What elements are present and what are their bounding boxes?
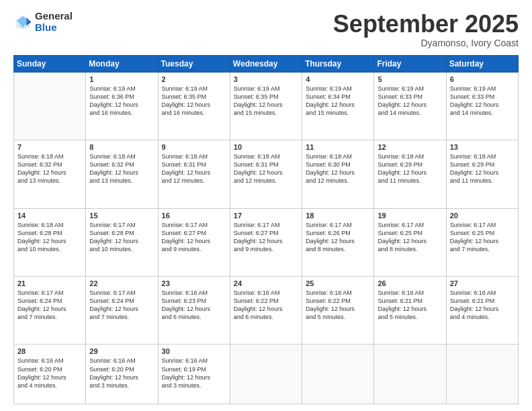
table-row: 27Sunrise: 6:16 AMSunset: 6:21 PMDayligh… [446, 276, 518, 344]
day-number: 18 [306, 212, 370, 220]
sunrise-text: Sunrise: 6:16 AM [89, 357, 136, 364]
logo-icon [13, 13, 32, 32]
col-tuesday: Tuesday [158, 55, 230, 72]
daylight-cont: and 4 minutes. [17, 382, 57, 389]
day-number: 3 [234, 75, 298, 83]
daylight-cont: and 6 minutes. [162, 314, 202, 320]
table-row [446, 345, 518, 404]
daylight-cont: and 3 minutes. [162, 382, 202, 389]
day-info: Sunrise: 6:19 AMSunset: 6:34 PMDaylight:… [306, 85, 370, 118]
sunrise-text: Sunrise: 6:18 AM [89, 153, 136, 160]
daylight-cont: and 8 minutes. [306, 246, 345, 253]
table-row: 20Sunrise: 6:17 AMSunset: 6:25 PMDayligh… [446, 208, 518, 276]
sunrise-text: Sunrise: 6:18 AM [17, 153, 64, 160]
day-info: Sunrise: 6:19 AMSunset: 6:33 PMDaylight:… [450, 85, 515, 118]
daylight-cont: and 3 minutes. [89, 382, 129, 389]
daylight-text: Daylight: 12 hours [378, 101, 427, 108]
day-number: 12 [378, 143, 442, 151]
day-info: Sunrise: 6:16 AMSunset: 6:23 PMDaylight:… [162, 289, 226, 322]
day-number: 11 [306, 143, 370, 151]
day-number: 7 [17, 143, 82, 151]
daylight-text: Daylight: 12 hours [162, 306, 211, 312]
day-number: 27 [450, 279, 515, 287]
day-number: 25 [306, 279, 370, 287]
sunset-text: Sunset: 6:29 PM [450, 161, 495, 168]
col-sunday: Sunday [14, 55, 86, 72]
logo-text: General Blue [35, 11, 73, 33]
table-row: 2Sunrise: 6:19 AMSunset: 6:35 PMDaylight… [158, 72, 230, 140]
daylight-text: Daylight: 12 hours [17, 238, 66, 244]
table-row: 29Sunrise: 6:16 AMSunset: 6:20 PMDayligh… [86, 345, 158, 404]
daylight-text: Daylight: 12 hours [306, 169, 355, 176]
daylight-cont: and 14 minutes. [450, 109, 493, 116]
sunset-text: Sunset: 6:35 PM [234, 93, 279, 100]
header: General Blue September 2025 Dyamonso, Iv… [13, 11, 519, 48]
day-number: 23 [162, 279, 226, 287]
sunset-text: Sunset: 6:20 PM [89, 366, 134, 373]
day-number: 4 [306, 75, 370, 83]
daylight-cont: and 16 minutes. [89, 109, 132, 116]
day-number: 13 [450, 143, 515, 151]
logo-blue-text: Blue [35, 22, 73, 34]
day-info: Sunrise: 6:18 AMSunset: 6:32 PMDaylight:… [89, 152, 154, 185]
table-row: 4Sunrise: 6:19 AMSunset: 6:34 PMDaylight… [302, 72, 374, 140]
day-number: 1 [89, 75, 154, 83]
sunset-text: Sunset: 6:25 PM [378, 230, 423, 236]
day-info: Sunrise: 6:17 AMSunset: 6:24 PMDaylight:… [89, 289, 154, 322]
table-row: 6Sunrise: 6:19 AMSunset: 6:33 PMDaylight… [446, 72, 518, 140]
day-number: 14 [17, 212, 82, 220]
table-row: 23Sunrise: 6:16 AMSunset: 6:23 PMDayligh… [158, 276, 230, 344]
sunset-text: Sunset: 6:35 PM [162, 93, 207, 100]
sunrise-text: Sunrise: 6:17 AM [234, 222, 280, 228]
daylight-text: Daylight: 12 hours [89, 169, 138, 176]
day-number: 9 [162, 143, 226, 151]
day-number: 22 [89, 279, 154, 287]
day-info: Sunrise: 6:19 AMSunset: 6:36 PMDaylight:… [89, 85, 154, 118]
table-row: 30Sunrise: 6:16 AMSunset: 6:19 PMDayligh… [158, 345, 230, 404]
sunrise-text: Sunrise: 6:17 AM [89, 222, 136, 228]
sunrise-text: Sunrise: 6:19 AM [89, 85, 136, 92]
daylight-cont: and 15 minutes. [306, 109, 349, 116]
table-row: 21Sunrise: 6:17 AMSunset: 6:24 PMDayligh… [14, 276, 86, 344]
day-number: 8 [89, 143, 154, 151]
sunrise-text: Sunrise: 6:18 AM [378, 153, 424, 160]
col-friday: Friday [374, 55, 446, 72]
daylight-text: Daylight: 12 hours [89, 238, 138, 244]
table-row: 7Sunrise: 6:18 AMSunset: 6:32 PMDaylight… [14, 140, 86, 208]
table-row: 14Sunrise: 6:18 AMSunset: 6:28 PMDayligh… [14, 208, 86, 276]
daylight-cont: and 8 minutes. [378, 246, 417, 253]
calendar-week-1: 7Sunrise: 6:18 AMSunset: 6:32 PMDaylight… [14, 140, 519, 208]
sunrise-text: Sunrise: 6:17 AM [17, 289, 64, 296]
sunset-text: Sunset: 6:25 PM [450, 230, 495, 236]
sunrise-text: Sunrise: 6:19 AM [306, 85, 352, 92]
daylight-text: Daylight: 12 hours [89, 306, 138, 312]
daylight-text: Daylight: 12 hours [162, 374, 211, 381]
sunrise-text: Sunrise: 6:17 AM [450, 222, 496, 228]
day-info: Sunrise: 6:17 AMSunset: 6:28 PMDaylight:… [89, 221, 154, 254]
table-row: 3Sunrise: 6:19 AMSunset: 6:35 PMDaylight… [230, 72, 302, 140]
daylight-cont: and 10 minutes. [17, 246, 60, 253]
day-number: 21 [17, 279, 82, 287]
table-row: 25Sunrise: 6:16 AMSunset: 6:22 PMDayligh… [302, 276, 374, 344]
day-info: Sunrise: 6:19 AMSunset: 6:35 PMDaylight:… [234, 85, 298, 118]
day-info: Sunrise: 6:16 AMSunset: 6:21 PMDaylight:… [378, 289, 442, 322]
table-row: 10Sunrise: 6:18 AMSunset: 6:31 PMDayligh… [230, 140, 302, 208]
sunrise-text: Sunrise: 6:16 AM [378, 289, 424, 296]
daylight-cont: and 7 minutes. [17, 314, 57, 320]
day-number: 19 [378, 212, 442, 220]
sunset-text: Sunset: 6:23 PM [162, 298, 207, 304]
day-info: Sunrise: 6:16 AMSunset: 6:21 PMDaylight:… [450, 289, 515, 322]
daylight-cont: and 11 minutes. [378, 177, 420, 184]
sunset-text: Sunset: 6:19 PM [162, 366, 207, 373]
daylight-text: Daylight: 12 hours [378, 169, 427, 176]
day-info: Sunrise: 6:17 AMSunset: 6:26 PMDaylight:… [306, 221, 370, 254]
table-row: 26Sunrise: 6:16 AMSunset: 6:21 PMDayligh… [374, 276, 446, 344]
sunrise-text: Sunrise: 6:16 AM [17, 357, 64, 364]
daylight-cont: and 6 minutes. [234, 314, 273, 320]
sunrise-text: Sunrise: 6:19 AM [378, 85, 424, 92]
table-row: 11Sunrise: 6:18 AMSunset: 6:30 PMDayligh… [302, 140, 374, 208]
day-number: 24 [234, 279, 298, 287]
table-row [302, 345, 374, 404]
daylight-text: Daylight: 12 hours [378, 238, 427, 244]
daylight-text: Daylight: 12 hours [450, 306, 499, 312]
